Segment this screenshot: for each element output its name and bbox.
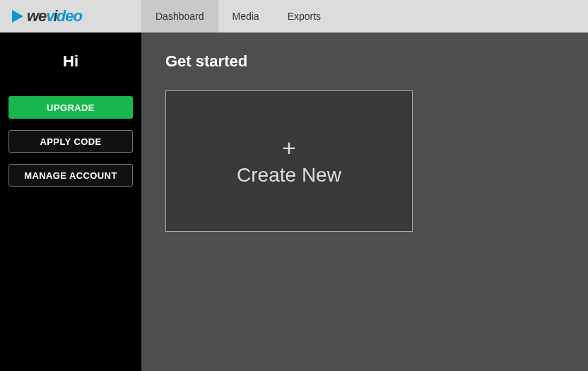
tab-label: Media [233,11,259,22]
section-title: Get started [165,52,564,71]
topbar: wevideo Dashboard Media Exports [0,0,588,33]
plus-icon: + [282,136,296,160]
create-new-card[interactable]: + Create New [165,90,413,232]
create-new-label: Create New [237,164,341,187]
wevideo-logo-svg: wevideo [11,6,103,26]
tab-label: Exports [288,11,321,22]
greeting: Hi [63,52,78,71]
manage-account-button[interactable]: MANAGE ACCOUNT [8,164,133,187]
tab-dashboard[interactable]: Dashboard [141,0,218,33]
svg-text:wevideo: wevideo [27,7,82,25]
logo-text-deo: deo [57,7,83,25]
top-nav: Dashboard Media Exports [141,0,335,33]
tab-media[interactable]: Media [218,0,274,33]
tab-label: Dashboard [155,11,204,22]
logo-text-we: we [27,7,47,25]
sidebar: Hi UPGRADE APPLY CODE MANAGE ACCOUNT [0,33,141,371]
tab-exports[interactable]: Exports [274,0,335,33]
upgrade-button[interactable]: UPGRADE [8,96,133,119]
main-area: Get started + Create New [141,33,588,371]
apply-code-button[interactable]: APPLY CODE [8,130,133,153]
svg-marker-0 [12,10,23,23]
body: Hi UPGRADE APPLY CODE MANAGE ACCOUNT Get… [0,33,588,371]
wevideo-logo[interactable]: wevideo [0,0,141,33]
